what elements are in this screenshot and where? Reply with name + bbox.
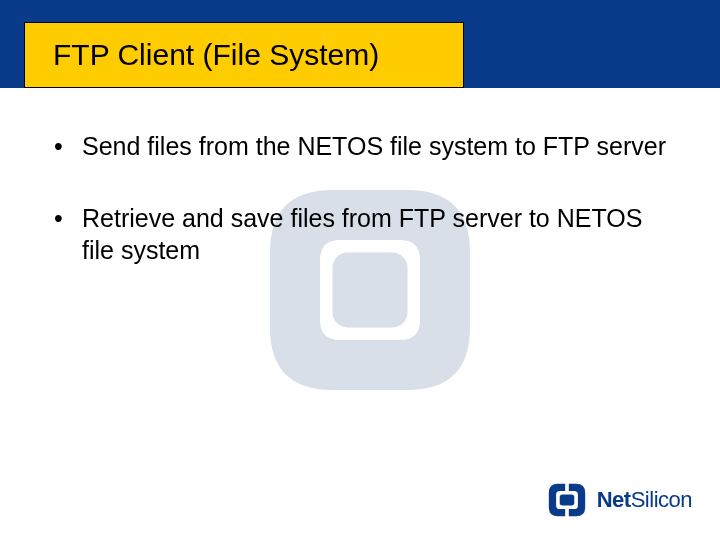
brand-name: NetSilicon <box>597 487 692 513</box>
footer-logo: NetSilicon <box>545 480 692 520</box>
bullet-icon: • <box>54 202 82 266</box>
bullet-text: Send files from the NETOS file system to… <box>82 130 666 162</box>
brand-bold: Net <box>597 487 631 512</box>
slide-title: FTP Client (File System) <box>53 38 379 72</box>
list-item: • Retrieve and save files from FTP serve… <box>54 202 666 266</box>
bullet-icon: • <box>54 130 82 162</box>
list-item: • Send files from the NETOS file system … <box>54 130 666 162</box>
logo-icon <box>545 480 589 520</box>
svg-rect-1 <box>559 495 574 506</box>
bullet-list: • Send files from the NETOS file system … <box>54 130 666 306</box>
brand-rest: Silicon <box>631 487 692 512</box>
bullet-text: Retrieve and save files from FTP server … <box>82 202 666 266</box>
title-box: FTP Client (File System) <box>24 22 464 88</box>
